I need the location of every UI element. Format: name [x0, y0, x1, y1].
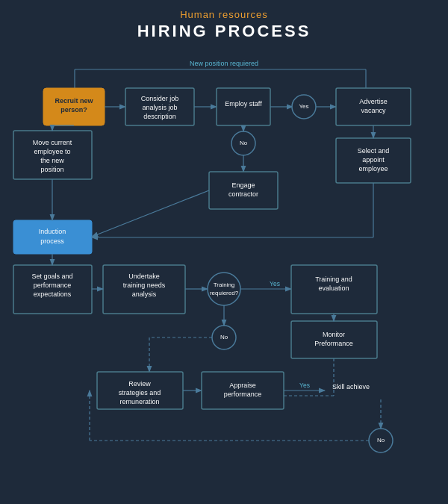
svg-text:Move current: Move current — [33, 139, 72, 146]
svg-text:Review: Review — [128, 380, 151, 388]
svg-text:Skill achieve: Skill achieve — [332, 383, 370, 391]
svg-text:analysis job: analysis job — [142, 104, 177, 111]
svg-text:appoint: appoint — [362, 156, 385, 164]
svg-text:Recruit new: Recruit new — [55, 97, 93, 105]
new-position-label: New position requiered — [190, 60, 258, 67]
svg-text:description: description — [143, 113, 176, 120]
svg-text:Advertise: Advertise — [359, 98, 388, 105]
svg-text:Employ staff: Employ staff — [225, 100, 262, 108]
svg-text:Yes: Yes — [299, 103, 308, 110]
diagram-container: Human resources HIRING PROCESS New posit… — [0, 0, 448, 504]
svg-text:Training: Training — [214, 281, 235, 288]
svg-text:Preformance: Preformance — [314, 340, 353, 347]
svg-text:No: No — [240, 140, 248, 146]
svg-text:Set goals and: Set goals and — [31, 273, 72, 280]
svg-text:Induction: Induction — [39, 228, 66, 235]
svg-text:performance: performance — [34, 281, 72, 289]
svg-text:Yes: Yes — [299, 382, 310, 389]
svg-text:process: process — [40, 237, 64, 245]
svg-text:No: No — [220, 334, 228, 340]
svg-text:performance: performance — [224, 391, 262, 398]
svg-text:training needs: training needs — [123, 281, 166, 289]
svg-text:the new: the new — [40, 157, 64, 164]
svg-text:analysis: analysis — [132, 290, 157, 298]
svg-text:requiered?: requiered? — [210, 290, 239, 296]
svg-line-36 — [92, 190, 209, 237]
svg-text:No: No — [377, 437, 385, 444]
svg-text:Engage: Engage — [231, 181, 255, 189]
svg-text:evaluation: evaluation — [318, 284, 349, 292]
svg-text:position: position — [40, 166, 63, 173]
svg-text:Consider job: Consider job — [141, 95, 179, 102]
svg-text:vacancy: vacancy — [361, 107, 386, 114]
svg-text:expectations: expectations — [34, 290, 72, 298]
training-req-circle — [208, 273, 240, 305]
svg-text:person?: person? — [60, 106, 87, 113]
svg-text:Training and: Training and — [315, 276, 352, 283]
svg-text:Undertake: Undertake — [128, 273, 160, 280]
svg-text:strategies and: strategies and — [119, 389, 161, 396]
svg-text:Appraise: Appraise — [229, 382, 256, 389]
svg-text:employee: employee — [358, 165, 388, 172]
svg-text:employee to: employee to — [34, 148, 70, 155]
svg-text:contractor: contractor — [228, 190, 258, 198]
svg-text:Monitor: Monitor — [323, 331, 345, 338]
svg-text:remuneration: remuneration — [119, 398, 159, 405]
svg-text:Yes: Yes — [270, 280, 280, 287]
svg-text:Select and: Select and — [358, 147, 390, 155]
